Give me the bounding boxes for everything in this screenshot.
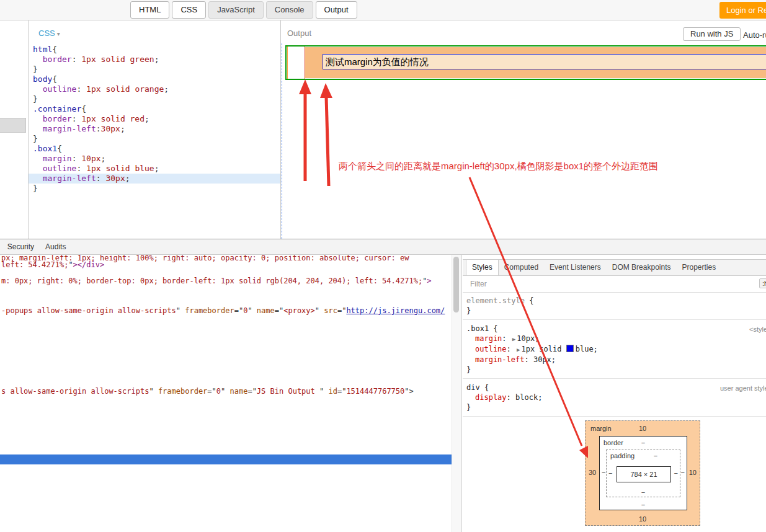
code-line-8: border: 1px solid red; bbox=[29, 114, 280, 124]
box-model-content: 784 × 21 bbox=[617, 466, 671, 482]
devtools: ApplicationSecurityAudits px; margin-lef… bbox=[0, 239, 766, 532]
css-code-editor[interactable]: html{ border: 1px solid green;}body{ out… bbox=[29, 45, 280, 193]
css-editor-panel[interactable]: CSS▾ html{ border: 1px solid green;}body… bbox=[29, 20, 280, 239]
code-line-1: html{ bbox=[29, 45, 280, 55]
margin-bottom-value: 10 bbox=[586, 515, 700, 523]
rule-close: } bbox=[466, 402, 762, 412]
border-left-value: − bbox=[602, 469, 605, 476]
margin-top-value: 10 bbox=[586, 425, 700, 432]
style-property[interactable]: margin-left: 30px; bbox=[466, 355, 762, 365]
elements-tree-row[interactable]: m: 0px; right: 0%; border-top: 0px; bord… bbox=[1, 277, 432, 285]
code-line-2: border: 1px solid green; bbox=[29, 55, 280, 64]
style-property[interactable]: display: block; bbox=[466, 392, 762, 402]
auto-run-toggle[interactable]: Auto-run JS bbox=[743, 30, 766, 40]
code-line-14: margin-left: 30px; bbox=[29, 174, 280, 184]
box-model-margin-ring: margin 10 30 10 10 border − − − − paddin… bbox=[585, 420, 700, 526]
rule-selector[interactable]: .box1 { bbox=[466, 324, 762, 334]
style-property[interactable]: outline: ▶1px solid blue; bbox=[466, 344, 762, 355]
code-line-15: } bbox=[29, 184, 280, 193]
css-panel-menu[interactable]: CSS▾ bbox=[38, 29, 60, 38]
box1-element: 测试margin为负值的情况 bbox=[323, 54, 766, 69]
run-with-js-button[interactable]: Run with JS bbox=[683, 27, 741, 41]
box-model-border-ring: border − − − − padding − − − − 784 × 2 bbox=[599, 436, 687, 510]
tab-html[interactable]: HTML bbox=[130, 1, 169, 19]
margin-right-value: 10 bbox=[689, 469, 697, 476]
jsbin-with-devtools: HTMLCSSJavaScriptConsoleOutput Login or … bbox=[0, 0, 766, 532]
hov-button[interactable]: :hov bbox=[759, 278, 766, 288]
devtools-main-tabs: ApplicationSecurityAudits bbox=[0, 239, 766, 254]
body-outline-line bbox=[287, 47, 288, 79]
panel-tabs: HTMLCSSJavaScriptConsoleOutput bbox=[130, 1, 357, 19]
stylesheet-source-link[interactable]: user agent stylesheet bbox=[720, 383, 766, 393]
topbar: HTMLCSSJavaScriptConsoleOutput Login or … bbox=[0, 0, 766, 20]
style-rules: element.style {}.box1 {<style>margin: ▶1… bbox=[463, 292, 766, 417]
tab-css[interactable]: CSS bbox=[172, 1, 206, 19]
margin-left-value: 30 bbox=[589, 469, 596, 476]
style-rule: .box1 {<style>margin: ▶10px;outline: ▶1p… bbox=[463, 320, 766, 379]
box-model-diagram: margin 10 30 10 10 border − − − − paddin… bbox=[585, 420, 700, 526]
rule-close: } bbox=[466, 306, 762, 316]
styles-filter-bar: Filter :hov bbox=[463, 277, 766, 293]
styles-tab-computed[interactable]: Computed bbox=[499, 260, 544, 275]
container-border-line bbox=[305, 47, 305, 79]
box1-text: 测试margin为负值的情况 bbox=[323, 55, 766, 68]
styles-tab-properties[interactable]: Properties bbox=[676, 260, 721, 275]
styles-tab-styles[interactable]: Styles bbox=[466, 260, 499, 275]
devtools-tab-security[interactable]: Security bbox=[2, 239, 40, 254]
source-link[interactable]: http://js.jirengu.com/ bbox=[346, 306, 445, 315]
selected-element-row[interactable] bbox=[0, 454, 452, 464]
padding-left-value: − bbox=[608, 469, 612, 477]
tab-javascript[interactable]: JavaScript bbox=[208, 1, 264, 19]
iframe-boundary-line bbox=[282, 43, 282, 239]
code-line-11: .box1{ bbox=[29, 144, 280, 154]
elements-scrollbar[interactable] bbox=[452, 255, 461, 532]
panel-handle bbox=[0, 118, 26, 133]
code-line-12: margin: 10px; bbox=[29, 154, 280, 164]
styles-tab-event-listeners[interactable]: Event Listeners bbox=[544, 260, 607, 275]
box-model-padding-ring: padding − − − − 784 × 21 bbox=[606, 450, 680, 497]
expand-arrow-icon[interactable]: ▶ bbox=[512, 336, 515, 342]
elements-scrollbar-thumb[interactable] bbox=[453, 257, 459, 313]
border-top-value: − bbox=[600, 439, 687, 446]
devtools-tab-audits[interactable]: Audits bbox=[40, 239, 71, 254]
tab-console[interactable]: Console bbox=[266, 1, 313, 19]
padding-top-value: − bbox=[607, 452, 680, 459]
output-panel-label: Output bbox=[287, 29, 311, 38]
color-swatch[interactable] bbox=[566, 345, 574, 352]
style-rule: element.style {} bbox=[463, 292, 766, 320]
annotation-text: 两个箭头之间的距离就是margin-left的30px,橘色阴影是box1的整个… bbox=[339, 161, 658, 172]
output-header: Output Run with JS Auto-run JS bbox=[281, 20, 766, 44]
code-line-4: body{ bbox=[29, 74, 280, 84]
content-size-value: 784 × 21 bbox=[630, 471, 657, 478]
style-rule: div {user agent stylesheetdisplay: block… bbox=[463, 379, 766, 417]
chevron-down-icon: ▾ bbox=[57, 30, 60, 37]
elements-tree-row[interactable]: left: 54.4271%;"></div> bbox=[1, 260, 104, 269]
login-button[interactable]: Login or Register bbox=[719, 2, 766, 19]
devtools-toolbar: ApplicationSecurityAudits bbox=[0, 239, 766, 255]
border-bottom-value: − bbox=[600, 501, 687, 508]
output-preview: 测试margin为负值的情况 两个箭头之间的距离就是margin-left的30… bbox=[281, 43, 766, 239]
stylesheet-source-link[interactable]: <style> bbox=[749, 324, 766, 334]
rule-selector[interactable]: element.style { bbox=[466, 296, 762, 306]
left-rail bbox=[0, 20, 29, 239]
code-line-3: } bbox=[29, 64, 280, 74]
output-panel: Output Run with JS Auto-run JS 测试margin为… bbox=[280, 20, 766, 239]
elements-panel[interactable]: px; margin-left: 1px; height: 100%; righ… bbox=[0, 255, 462, 532]
tab-output[interactable]: Output bbox=[316, 1, 357, 19]
code-line-13: outline: 1px solid blue; bbox=[29, 164, 280, 174]
rule-close: } bbox=[466, 365, 762, 375]
styles-tab-dom-breakpoints[interactable]: DOM Breakpoints bbox=[607, 260, 677, 275]
css-panel-label: CSS bbox=[38, 29, 55, 38]
code-line-6: } bbox=[29, 94, 280, 104]
styles-sidebar-tabs: StylesComputedEvent ListenersDOM Breakpo… bbox=[463, 259, 766, 276]
elements-tree-row[interactable]: -popups allow-same-origin allow-scripts"… bbox=[1, 306, 445, 315]
code-line-7: .container{ bbox=[29, 104, 280, 114]
style-property[interactable]: margin: ▶10px; bbox=[466, 334, 762, 344]
styles-sidebar: StylesComputedEvent ListenersDOM Breakpo… bbox=[463, 255, 766, 532]
elements-tree-row[interactable]: s allow-same-origin allow-scripts" frame… bbox=[1, 387, 414, 396]
styles-filter-input[interactable]: Filter bbox=[470, 280, 487, 288]
expand-arrow-icon[interactable]: ▶ bbox=[517, 347, 520, 353]
rule-selector[interactable]: div { bbox=[466, 383, 762, 392]
border-right-value: − bbox=[681, 469, 685, 476]
rendered-page-preview: 测试margin为负值的情况 bbox=[285, 45, 766, 80]
